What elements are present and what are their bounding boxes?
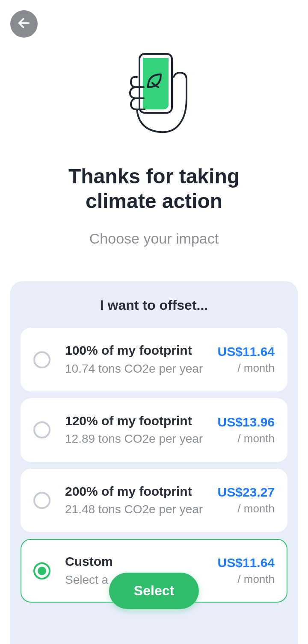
option-price-per: / month <box>218 502 275 515</box>
option-price: US$11.64/ month <box>218 344 275 375</box>
option-title: 200% of my footprint <box>65 483 213 500</box>
radio-icon <box>33 351 50 368</box>
hero: Thanks for taking climate action Choose … <box>0 0 308 247</box>
option-subtitle: 10.74 tons CO2e per year <box>65 360 213 377</box>
option-price: US$13.96/ month <box>218 415 275 445</box>
option-price-per: / month <box>218 432 275 445</box>
offset-option-2[interactable]: 200% of my footprint21.48 tons CO2e per … <box>21 469 287 532</box>
radio-icon <box>33 421 50 438</box>
option-price-per: / month <box>218 362 275 375</box>
option-main: 120% of my footprint12.89 tons CO2e per … <box>65 413 213 447</box>
page-title-line2: climate action <box>86 190 222 212</box>
option-title: 120% of my footprint <box>65 413 213 429</box>
option-price: US$11.64/ month <box>218 556 275 586</box>
option-main: 100% of my footprint10.74 tons CO2e per … <box>65 342 213 377</box>
option-title: 100% of my footprint <box>65 342 213 359</box>
radio-icon <box>33 492 50 509</box>
option-title: Custom <box>65 553 213 570</box>
radio-icon <box>33 562 50 579</box>
option-main: 200% of my footprint21.48 tons CO2e per … <box>65 483 213 518</box>
card-title: I want to offset... <box>21 297 287 313</box>
select-button[interactable]: Select <box>109 573 199 609</box>
option-price-per: / month <box>218 573 275 586</box>
back-button[interactable] <box>10 10 38 38</box>
hand-phone-leaf-illustration <box>111 51 197 156</box>
page-title-line1: Thanks for taking <box>68 165 240 188</box>
option-price-amount: US$13.96 <box>218 415 275 429</box>
offset-option-0[interactable]: 100% of my footprint10.74 tons CO2e per … <box>21 328 287 391</box>
option-price-amount: US$11.64 <box>218 556 275 570</box>
arrow-left-icon <box>17 16 31 32</box>
offset-option-1[interactable]: 120% of my footprint12.89 tons CO2e per … <box>21 398 287 462</box>
option-list: 100% of my footprint10.74 tons CO2e per … <box>21 328 287 603</box>
page-title: Thanks for taking climate action <box>0 164 308 213</box>
page-subtitle: Choose your impact <box>0 230 308 247</box>
option-price-amount: US$11.64 <box>218 344 275 359</box>
option-price-amount: US$23.27 <box>218 485 275 500</box>
option-price: US$23.27/ month <box>218 485 275 515</box>
option-subtitle: 21.48 tons CO2e per year <box>65 501 213 518</box>
option-subtitle: 12.89 tons CO2e per year <box>65 430 213 447</box>
